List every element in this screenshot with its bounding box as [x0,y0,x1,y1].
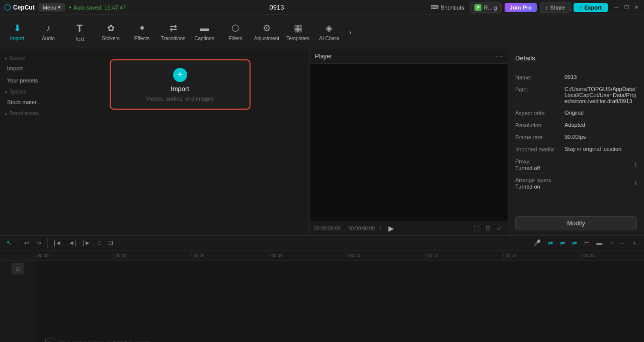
split-next-button[interactable]: |► [80,238,93,247]
tool-stickers-label: Stickers [102,36,120,41]
sidebar-item-stock[interactable]: Stock mater... [2,97,48,108]
join-pro-button[interactable]: Join Pro [505,3,537,12]
detail-row-aspect: Aspect ratio: Original [515,107,637,119]
track-content[interactable]: ⊡ Drag material here and start to create [35,261,644,342]
cursor-tool-button[interactable]: ↖ [4,238,14,247]
plus-button[interactable]: ＋ [629,238,640,248]
tool-import[interactable]: ⬇ Import [2,17,32,47]
tool-aichara-label: AI Chara [319,36,339,41]
tool-transitions-label: Transitions [161,36,186,41]
tool-adjustment[interactable]: ⚙ Adjustment [252,17,282,47]
recording-button[interactable]: P R... g [470,3,501,13]
detail-val-imported-media: Stay in original location [565,146,637,152]
tool-effects-label: Effects [134,36,149,41]
detail-row-framerate: Frame rate: 30.00fps [515,131,637,143]
proxy-info-icon[interactable]: ℹ [634,161,637,168]
detail-key-name: Name: [515,74,560,80]
sidebar-item-import[interactable]: Import [2,63,48,74]
detail-val-name: 0913 [565,74,637,80]
delete-button[interactable]: □ [95,238,104,247]
detail-val-arrange: Turned on [515,184,560,190]
mic-button[interactable]: 🎤 [531,238,543,247]
menu-button[interactable]: Menu ▾ [39,3,65,12]
logo-text: CepCut [13,4,35,11]
ruler-mark-3: 00:09 [269,253,347,258]
tool-audio[interactable]: ♪ Audio [33,17,63,47]
player-panel: Player ⋯ 00:00:00:00 - 00:00:00:00 | ▶ ⬚… [309,49,508,235]
sidebar: Device Import Your presets Spaces Stock … [0,49,50,235]
detail-key-arrange: Arrange layers [515,177,560,183]
ruler-mark-0: 00:00 [35,253,113,258]
link2-button[interactable]: ⇌ [557,238,568,247]
tl-divider-2 [47,238,48,248]
tool-filters-label: Filters [228,36,242,41]
timeline-controls-bar: ↖ ↩ ↪ |◄ ◄| |► □ ⊡ 🎤 ⇌ ⇌ ⇌ ⊢ ▬ ○ ─ ＋ [0,235,644,250]
ruler-mark-7: 00:21 [581,253,644,258]
ruler-mark-2: 00:06 [191,253,269,258]
detail-row-resolution: Resolution: Adapted [515,119,637,131]
share-icon: ↑ [545,5,548,11]
shortcuts-button[interactable]: ⌨ Shortcuts [428,3,467,12]
toolbar-more-button[interactable]: › [345,28,355,36]
aichara-icon: ◈ [326,23,333,34]
sidebar-device-group: Device [0,53,50,62]
split-prev-button[interactable]: ◄| [66,238,78,247]
redo-button[interactable]: ↪ [34,238,44,247]
detail-val-framerate: 30.00fps [565,134,637,140]
auto-saved-indicator: Auto saved: 15:47:47 [69,5,126,11]
crop-button[interactable]: ⊡ [484,224,493,233]
content-area: Device Import Your presets Spaces Stock … [0,49,644,235]
restore-button[interactable]: ❐ [623,4,630,11]
detail-proxy-left: Proxy: Turned off [515,158,560,171]
share-button[interactable]: ↑ Share [540,3,571,13]
tool-templates-label: Templates [286,36,309,41]
project-name: 0913 [130,4,424,11]
track-label-main[interactable]: ⊡ [12,263,24,275]
filters-icon: ⬡ [231,23,239,34]
crop-tool-button[interactable]: ⊡ [106,238,116,247]
detail-row-arrange-layers: Arrange layers Turned on ℹ [515,174,637,192]
player-header: Player ⋯ [310,49,508,64]
tool-transitions[interactable]: ⇄ Transitions [158,17,188,47]
bar-button[interactable]: ▬ [594,238,605,247]
tool-templates[interactable]: ▦ Templates [283,17,313,47]
minimize-button[interactable]: ─ [613,4,620,11]
screenshot-button[interactable]: ⬚ [472,224,481,233]
player-separator: | [380,226,381,231]
audio-icon: ♪ [46,23,51,34]
split-start-button[interactable]: |◄ [51,238,64,247]
player-menu-button[interactable]: ⋯ [496,52,503,60]
fullscreen-button[interactable]: ⤢ [495,224,504,233]
tool-aichara[interactable]: ◈ AI Chara [314,17,344,47]
import-drop-area[interactable]: + Import Videos, audios, and images [110,59,251,110]
window-controls: ─ ❐ ✕ [613,4,640,11]
dash-button[interactable]: ─ [617,238,627,247]
link3-button[interactable]: ⇌ [570,238,580,247]
tool-captions[interactable]: ▬ Captions [189,17,219,47]
track-labels: ⊡ [0,261,35,342]
detail-key-framerate: Frame rate: [515,134,560,140]
export-button[interactable]: ↑ Export [574,3,608,12]
detail-key-imported-media: Imported media: [515,146,560,152]
detail-val-resolution: Adapted [565,122,637,128]
link1-button[interactable]: ⇌ [545,238,555,247]
anchor-button[interactable]: ⊢ [582,238,592,247]
player-time-end: 00:00:00:00 [348,226,375,231]
circle-button[interactable]: ○ [607,238,615,247]
close-button[interactable]: ✕ [633,4,640,11]
tool-stickers[interactable]: ✿ Stickers [96,17,126,47]
tool-filters[interactable]: ⬡ Filters [220,17,251,47]
tool-text[interactable]: T Text [64,17,95,47]
top-bar: ⬡ CepCut Menu ▾ Auto saved: 15:47:47 091… [0,0,644,15]
logo-icon: ⬡ [4,3,11,12]
play-button[interactable]: ▶ [386,223,396,233]
detail-key-aspect: Aspect ratio: [515,110,560,116]
arrange-info-icon[interactable]: ℹ [634,180,637,187]
modify-button[interactable]: Modify [515,216,637,230]
undo-button[interactable]: ↩ [22,238,32,247]
tool-effects[interactable]: ✦ Effects [127,17,157,47]
sidebar-item-presets[interactable]: Your presets [2,75,48,86]
player-title: Player [315,53,332,60]
detail-val-path: C:/Users/TOPGUS/AppData/Local/CapCut/Use… [565,86,637,104]
toolbar: ⬇ Import ♪ Audio T Text ✿ Stickers ✦ Eff… [0,15,644,49]
